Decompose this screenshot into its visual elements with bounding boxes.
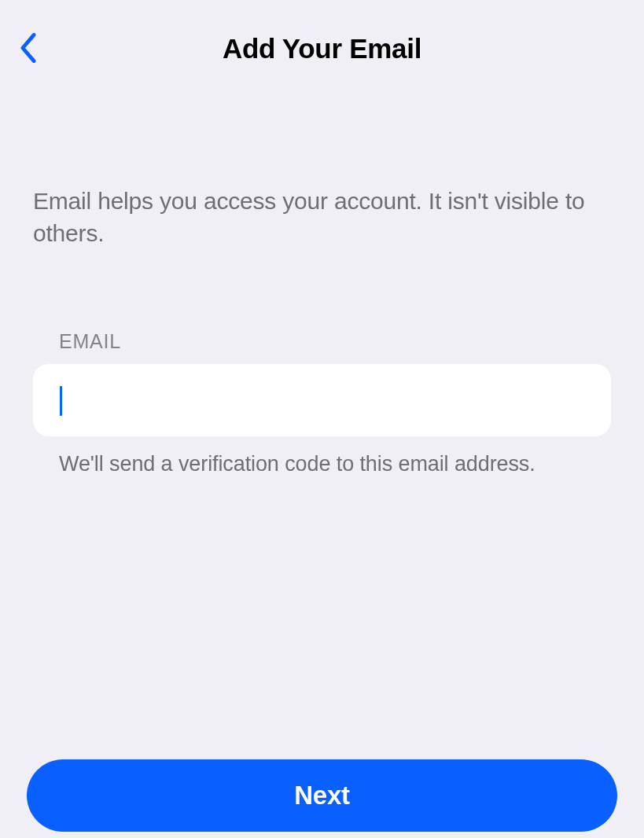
text-caret <box>60 386 62 416</box>
header: Add Your Email <box>0 0 644 71</box>
back-button[interactable] <box>13 33 44 64</box>
page-title: Add Your Email <box>223 33 421 64</box>
description-text: Email helps you access your account. It … <box>33 185 611 250</box>
next-button[interactable]: Next <box>27 759 617 832</box>
email-input[interactable] <box>33 364 611 436</box>
email-field-label: EMAIL <box>59 330 611 353</box>
content-area: Email helps you access your account. It … <box>0 185 644 476</box>
chevron-left-icon <box>20 33 37 65</box>
email-field-hint: We'll send a verification code to this e… <box>59 452 611 476</box>
email-input-wrapper <box>33 364 611 436</box>
email-field-section: EMAIL We'll send a verification code to … <box>33 330 611 476</box>
